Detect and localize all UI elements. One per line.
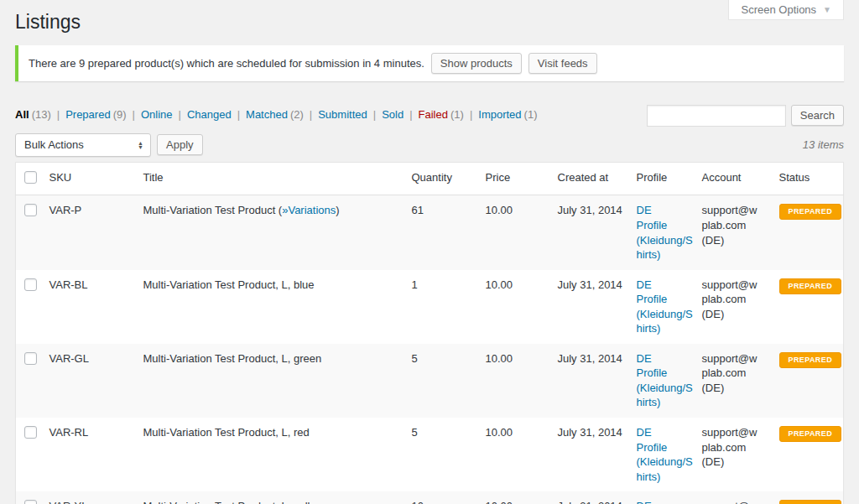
account-cell: support@w plab.com (DE) — [694, 491, 771, 504]
filter-link-changed[interactable]: Changed — [187, 108, 232, 121]
filter-link-all[interactable]: All — [15, 108, 29, 121]
account-cell: support@w plab.com (DE) — [694, 195, 771, 270]
created-at-cell: July 31, 2014 — [549, 344, 628, 418]
status-badge: PREPARED — [779, 426, 842, 442]
select-arrows-icon: ▲▼ — [138, 141, 143, 149]
bulk-actions-selected-label: Bulk Actions — [24, 138, 84, 151]
title-cell: Multi-Variation Test Product, L, blue — [135, 270, 403, 344]
select-all-checkbox[interactable] — [24, 171, 37, 184]
column-header-status: Status — [771, 162, 844, 195]
sku-cell: VAR-YL — [41, 491, 135, 504]
sku-cell: VAR-BL — [41, 270, 135, 344]
price-cell: 10.00 — [477, 195, 549, 270]
filters-search-row: All(13)Prepared(9)OnlineChangedMatched(2… — [15, 103, 844, 127]
account-cell: support@w plab.com (DE) — [694, 344, 771, 418]
table-row: VAR-GL Multi-Variation Test Product, L, … — [16, 344, 844, 418]
status-badge: PREPARED — [779, 204, 842, 220]
title-text: Multi-Variation Test Product, L, green — [143, 352, 322, 365]
notice-text: There are 9 prepared product(s) which ar… — [29, 55, 424, 71]
filter-link-submitted[interactable]: Submitted — [318, 108, 367, 121]
price-cell: 10.00 — [477, 491, 549, 504]
variations-link[interactable]: »Variations — [282, 204, 336, 216]
filter-link-prepared[interactable]: Prepared — [65, 108, 110, 121]
status-cell: PREPARED — [771, 491, 844, 504]
filter-count: (2) — [290, 108, 304, 121]
show-products-button[interactable]: Show products — [431, 53, 522, 74]
status-badge: PREPARED — [779, 278, 842, 294]
title-text: Multi-Variation Test Product, L, red — [143, 426, 310, 439]
listings-table: SKUTitleQuantityPriceCreated atProfileAc… — [15, 162, 844, 504]
row-checkbox[interactable] — [24, 278, 37, 291]
table-row: VAR-BL Multi-Variation Test Product, L, … — [16, 270, 844, 344]
column-header-account: Account — [694, 162, 771, 195]
filter-link-failed[interactable]: Failed — [419, 108, 448, 121]
filter-link-online[interactable]: Online — [141, 108, 173, 121]
row-checkbox[interactable] — [24, 352, 37, 365]
column-header-price: Price — [477, 162, 549, 195]
items-count: 13 items — [803, 138, 844, 151]
page-title: Listings — [15, 0, 844, 44]
title-cell: Multi-Variation Test Product, L, green — [135, 344, 403, 418]
price-cell: 10.00 — [477, 344, 549, 418]
content-area: Listings There are 9 prepared product(s)… — [15, 0, 844, 504]
profile-link[interactable]: DE Profile (Kleidung/S hirts) — [637, 204, 693, 261]
status-cell: PREPARED — [771, 418, 844, 491]
profile-link[interactable]: DE Profile (Kleidung/S hirts) — [637, 278, 693, 335]
table-row: VAR-P Multi-Variation Test Product (»Var… — [16, 195, 844, 270]
search-box: Search — [647, 105, 844, 127]
row-checkbox[interactable] — [24, 500, 37, 504]
title-suffix: ) — [336, 204, 339, 216]
notice-banner: There are 9 prepared product(s) which ar… — [15, 45, 844, 81]
status-cell: PREPARED — [771, 195, 844, 270]
filter-count: (1) — [524, 108, 538, 121]
created-at-cell: July 31, 2014 — [549, 270, 628, 344]
sku-cell: VAR-RL — [41, 418, 135, 491]
sku-cell: VAR-GL — [41, 344, 135, 418]
price-cell: 10.00 — [477, 270, 549, 344]
filter-link-sold[interactable]: Sold — [382, 108, 403, 121]
account-cell: support@w plab.com (DE) — [694, 270, 771, 344]
title-cell: Multi-Variation Test Product, L, yellow — [135, 491, 403, 504]
quantity-cell: 5 — [403, 344, 477, 418]
title-cell: Multi-Variation Test Product, L, red — [135, 418, 403, 491]
profile-link[interactable]: DE Profile (Kleidung/S hirts) — [637, 426, 693, 483]
column-header-created-at: Created at — [549, 162, 628, 195]
apply-button[interactable]: Apply — [157, 134, 203, 155]
column-header-quantity: Quantity — [403, 162, 477, 195]
sku-cell: VAR-P — [41, 195, 135, 270]
profile-link[interactable]: DE Profile (Kleidung/S hirts) — [637, 352, 693, 409]
filter-link-imported[interactable]: Imported — [478, 108, 521, 121]
table-row: VAR-YL Multi-Variation Test Product, L, … — [16, 491, 844, 504]
search-button[interactable]: Search — [791, 105, 844, 126]
table-header-row: SKUTitleQuantityPriceCreated atProfileAc… — [16, 162, 844, 195]
bulk-actions-select[interactable]: Bulk Actions ▲▼ — [15, 133, 151, 157]
status-badge: PREPARED — [779, 352, 842, 368]
row-checkbox[interactable] — [24, 204, 37, 216]
profile-link[interactable]: DE Profile (Kleidung/S hirts) — [637, 500, 693, 504]
title-text: Multi-Variation Test Product, L, blue — [143, 278, 315, 291]
filter-count: (1) — [450, 108, 464, 121]
title-text: Multi-Variation Test Product, L, yellow — [143, 500, 325, 504]
bulk-actions: Bulk Actions ▲▼ Apply — [15, 133, 203, 157]
quantity-cell: 10 — [403, 491, 477, 504]
filter-count: (9) — [113, 108, 127, 121]
quantity-cell: 5 — [403, 418, 477, 491]
price-cell: 10.00 — [477, 418, 549, 491]
row-checkbox[interactable] — [24, 426, 37, 439]
table-row: VAR-RL Multi-Variation Test Product, L, … — [16, 418, 844, 491]
column-header-profile: Profile — [628, 162, 694, 195]
table-body: VAR-P Multi-Variation Test Product (»Var… — [16, 195, 844, 504]
visit-feeds-button[interactable]: Visit feeds — [528, 53, 597, 74]
status-cell: PREPARED — [771, 270, 844, 344]
quantity-cell: 61 — [403, 195, 477, 270]
account-cell: support@w plab.com (DE) — [694, 418, 771, 491]
created-at-cell: July 31, 2014 — [549, 195, 628, 270]
status-cell: PREPARED — [771, 344, 844, 418]
bulk-actions-row: Bulk Actions ▲▼ Apply 13 items — [15, 133, 844, 157]
filter-count: (13) — [32, 108, 51, 121]
created-at-cell: July 31, 2014 — [549, 491, 628, 504]
filter-link-matched[interactable]: Matched — [246, 108, 288, 121]
search-input[interactable] — [647, 105, 786, 127]
filter-list: All(13)Prepared(9)OnlineChangedMatched(2… — [15, 108, 537, 121]
column-header-sku: SKU — [41, 162, 135, 195]
